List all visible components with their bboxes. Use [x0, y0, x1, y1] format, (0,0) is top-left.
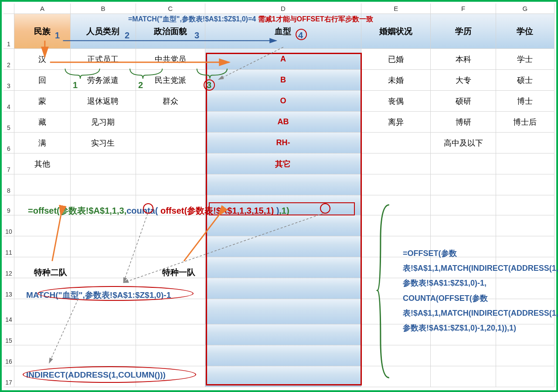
- cell-D8[interactable]: [205, 174, 361, 195]
- col-header-B[interactable]: B: [71, 3, 136, 14]
- cell-B15[interactable]: [71, 324, 136, 345]
- cell-E7[interactable]: [361, 153, 431, 174]
- cell-A2[interactable]: 汉: [14, 49, 71, 70]
- row-header-1[interactable]: 1: [3, 14, 14, 49]
- cell-D12[interactable]: [205, 257, 361, 278]
- cell-F1[interactable]: 学历: [431, 14, 496, 49]
- cell-G8[interactable]: [496, 174, 555, 195]
- row-header-5[interactable]: 5: [3, 112, 14, 133]
- row-header-12[interactable]: 12: [3, 257, 14, 278]
- cell-C2[interactable]: 中共党员: [136, 49, 205, 70]
- cell-F3[interactable]: 大专: [431, 70, 496, 91]
- cell-G9[interactable]: [496, 195, 555, 215]
- cell-F10[interactable]: [431, 215, 496, 236]
- cell-D4[interactable]: O: [205, 91, 361, 112]
- cell-B14[interactable]: [71, 299, 136, 324]
- cell-D10[interactable]: [205, 215, 361, 236]
- cell-B4[interactable]: 退休返聘: [71, 91, 136, 112]
- cell-C5[interactable]: [136, 112, 205, 133]
- cell-A5[interactable]: 藏: [14, 112, 71, 133]
- cell-F6[interactable]: 高中及以下: [431, 133, 496, 153]
- row-header-6[interactable]: 6: [3, 133, 14, 153]
- cell-F17[interactable]: [431, 366, 496, 387]
- row-header-13[interactable]: 13: [3, 278, 14, 299]
- col-header-D[interactable]: D: [205, 3, 361, 14]
- row-header-14[interactable]: 14: [3, 299, 14, 324]
- cell-G6[interactable]: [496, 133, 555, 153]
- col-header-E[interactable]: E: [361, 3, 431, 14]
- cell-E3[interactable]: 未婚: [361, 70, 431, 91]
- cell-E10[interactable]: [361, 215, 431, 236]
- cell-C7[interactable]: [136, 153, 205, 174]
- cell-F16[interactable]: [431, 345, 496, 366]
- cell-A1[interactable]: 民族: [14, 14, 71, 49]
- cell-D17[interactable]: [205, 366, 361, 387]
- cell-F4[interactable]: 硕研: [431, 91, 496, 112]
- cell-B5[interactable]: 见习期: [71, 112, 136, 133]
- cell-C8[interactable]: [136, 174, 205, 195]
- cell-D14[interactable]: [205, 299, 361, 324]
- cell-D16[interactable]: [205, 345, 361, 366]
- cell-G16[interactable]: [496, 345, 555, 366]
- cell-F9[interactable]: [431, 195, 496, 215]
- cell-C3[interactable]: 民主党派: [136, 70, 205, 91]
- cell-C16[interactable]: [136, 345, 205, 366]
- cell-C4[interactable]: 群众: [136, 91, 205, 112]
- cell-D6[interactable]: RH-: [205, 133, 361, 153]
- cell-G5[interactable]: 博士后: [496, 112, 555, 133]
- cell-B7[interactable]: [71, 153, 136, 174]
- cell-A15[interactable]: [14, 324, 71, 345]
- cell-C14[interactable]: [136, 299, 205, 324]
- col-header-A[interactable]: A: [14, 3, 71, 14]
- select-all-corner[interactable]: [3, 3, 14, 14]
- row-header-9[interactable]: 9: [3, 195, 14, 215]
- cell-B8[interactable]: [71, 174, 136, 195]
- row-header-4[interactable]: 4: [3, 91, 14, 112]
- cell-E5[interactable]: 离异: [361, 112, 431, 133]
- col-header-C[interactable]: C: [136, 3, 205, 14]
- cell-D13[interactable]: [205, 278, 361, 299]
- cell-D2[interactable]: A: [205, 49, 361, 70]
- cell-C11[interactable]: [136, 236, 205, 257]
- cell-G17[interactable]: [496, 366, 555, 387]
- cell-D5[interactable]: AB: [205, 112, 361, 133]
- row-header-15[interactable]: 15: [3, 324, 14, 345]
- cell-B6[interactable]: 实习生: [71, 133, 136, 153]
- cell-D15[interactable]: [205, 324, 361, 345]
- cell-E4[interactable]: 丧偶: [361, 91, 431, 112]
- col-header-F[interactable]: F: [431, 3, 496, 14]
- cell-A10[interactable]: [14, 215, 71, 236]
- cell-A14[interactable]: [14, 299, 71, 324]
- cell-F7[interactable]: [431, 153, 496, 174]
- cell-C15[interactable]: [136, 324, 205, 345]
- cell-E9[interactable]: [361, 195, 431, 215]
- cell-B1[interactable]: 人员类别: [71, 14, 136, 49]
- cell-B16[interactable]: [71, 345, 136, 366]
- cell-D11[interactable]: [205, 236, 361, 257]
- cell-C10[interactable]: [136, 215, 205, 236]
- cell-G4[interactable]: 博士: [496, 91, 555, 112]
- cell-A6[interactable]: 满: [14, 133, 71, 153]
- cell-E2[interactable]: 已婚: [361, 49, 431, 70]
- cell-F2[interactable]: 本科: [431, 49, 496, 70]
- cell-E6[interactable]: [361, 133, 431, 153]
- row-header-16[interactable]: 16: [3, 345, 14, 366]
- row-header-17[interactable]: 17: [3, 366, 14, 387]
- cell-A3[interactable]: 回: [14, 70, 71, 91]
- cell-C6[interactable]: [136, 133, 205, 153]
- row-header-3[interactable]: 3: [3, 70, 14, 91]
- cell-D7[interactable]: 其它: [205, 153, 361, 174]
- row-header-7[interactable]: 7: [3, 153, 14, 174]
- cell-A8[interactable]: [14, 174, 71, 195]
- cell-G10[interactable]: [496, 215, 555, 236]
- row-header-8[interactable]: 8: [3, 174, 14, 195]
- cell-B2[interactable]: 正式员工: [71, 49, 136, 70]
- row-header-11[interactable]: 11: [3, 236, 14, 257]
- cell-G1[interactable]: 学位: [496, 14, 555, 49]
- cell-G3[interactable]: 硕士: [496, 70, 555, 91]
- cell-A4[interactable]: 蒙: [14, 91, 71, 112]
- cell-E17[interactable]: [361, 366, 431, 387]
- row-header-2[interactable]: 2: [3, 49, 14, 70]
- cell-D3[interactable]: B: [205, 70, 361, 91]
- cell-A11[interactable]: [14, 236, 71, 257]
